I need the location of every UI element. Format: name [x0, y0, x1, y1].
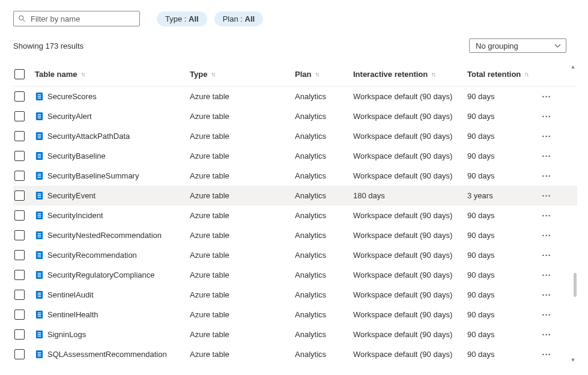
row-name: SecurityAttackPathData — [47, 132, 130, 141]
table-icon — [35, 231, 44, 240]
row-checkbox[interactable] — [14, 270, 25, 280]
row-type: Azure table — [190, 290, 295, 299]
table-icon — [35, 171, 44, 180]
more-actions-button[interactable]: ··· — [538, 129, 555, 144]
grouping-dropdown[interactable]: No grouping — [469, 38, 566, 53]
row-name: SigninLogs — [47, 330, 86, 339]
row-total-retention: 90 days — [467, 151, 538, 160]
table-header-row: Table name ↑↓ Type ↑↓ Plan ↑↓ Interactiv… — [13, 62, 577, 87]
row-plan: Analytics — [295, 270, 353, 279]
row-checkbox[interactable] — [14, 290, 25, 300]
row-type: Azure table — [190, 132, 295, 141]
row-name: SecurityIncident — [47, 211, 103, 220]
row-checkbox[interactable] — [14, 131, 25, 141]
filter-plan-pill[interactable]: Plan : All — [214, 11, 263, 26]
row-checkbox[interactable] — [14, 171, 25, 181]
col-header-total[interactable]: Total retention ↑↓ — [467, 70, 538, 79]
row-interactive-retention: Workspace default (90 days) — [353, 132, 467, 141]
scroll-down-arrow-icon: ▼ — [570, 357, 576, 363]
row-checkbox[interactable] — [14, 151, 25, 161]
search-box[interactable] — [13, 11, 140, 26]
row-checkbox[interactable] — [14, 191, 25, 201]
row-plan: Analytics — [295, 251, 353, 260]
row-plan: Analytics — [295, 350, 353, 359]
row-plan: Analytics — [295, 310, 353, 319]
table-row[interactable]: SentinelAudit Azure table Analytics Work… — [13, 285, 577, 305]
more-actions-button[interactable]: ··· — [538, 268, 555, 282]
col-header-interactive[interactable]: Interactive retention ↑↓ — [353, 70, 467, 79]
row-plan: Analytics — [295, 191, 353, 200]
scrollbar-thumb[interactable] — [574, 273, 577, 297]
row-name: SentinelHealth — [47, 310, 99, 319]
row-plan: Analytics — [295, 211, 353, 220]
row-plan: Analytics — [295, 151, 353, 160]
row-checkbox[interactable] — [14, 329, 25, 340]
table-row[interactable]: SecureScores Azure table Analytics Works… — [13, 87, 577, 106]
table-row[interactable]: SigninLogs Azure table Analytics Workspa… — [13, 325, 577, 344]
more-actions-button[interactable]: ··· — [538, 109, 555, 124]
row-total-retention: 90 days — [467, 92, 538, 101]
table-icon — [35, 251, 44, 260]
col-header-total-label: Total retention — [467, 70, 521, 79]
table-row[interactable]: SecurityBaselineSummary Azure table Anal… — [13, 166, 577, 186]
more-actions-button[interactable]: ··· — [538, 328, 555, 342]
row-plan: Analytics — [295, 112, 353, 121]
table-row[interactable]: SecurityAlert Azure table Analytics Work… — [13, 106, 577, 126]
more-actions-button[interactable]: ··· — [538, 169, 555, 183]
row-name: SecureScores — [47, 92, 97, 101]
more-actions-button[interactable]: ··· — [538, 347, 555, 362]
table-row[interactable]: SecurityAttackPathData Azure table Analy… — [13, 126, 577, 146]
row-total-retention: 90 days — [467, 290, 538, 299]
row-plan: Analytics — [295, 171, 353, 180]
row-checkbox[interactable] — [14, 309, 25, 320]
col-header-name[interactable]: Table name ↑↓ — [35, 70, 190, 79]
table-row[interactable]: SecurityBaseline Azure table Analytics W… — [13, 146, 577, 166]
table-row[interactable]: SecurityRegulatoryCompliance Azure table… — [13, 265, 577, 285]
more-actions-button[interactable]: ··· — [538, 288, 555, 302]
table-row[interactable]: SentinelHealth Azure table Analytics Wor… — [13, 305, 577, 325]
sort-icon: ↑↓ — [315, 71, 318, 78]
more-actions-button[interactable]: ··· — [538, 189, 555, 203]
col-header-plan-label: Plan — [295, 70, 311, 79]
row-interactive-retention: 180 days — [353, 191, 467, 200]
row-total-retention: 90 days — [467, 211, 538, 220]
more-actions-button[interactable]: ··· — [538, 228, 555, 243]
search-icon — [18, 15, 26, 23]
col-header-interactive-label: Interactive retention — [353, 70, 428, 79]
more-actions-button[interactable]: ··· — [538, 149, 555, 163]
table-row[interactable]: SecurityRecommendation Azure table Analy… — [13, 245, 577, 265]
row-checkbox[interactable] — [14, 91, 25, 102]
row-plan: Analytics — [295, 92, 353, 101]
more-actions-button[interactable]: ··· — [538, 209, 555, 223]
table-icon — [35, 350, 44, 359]
table-row[interactable]: SecurityEvent Azure table Analytics 180 … — [13, 186, 577, 206]
row-interactive-retention: Workspace default (90 days) — [353, 270, 467, 279]
table-icon — [35, 112, 44, 121]
table-icon — [35, 92, 44, 101]
sort-icon: ↑↓ — [524, 71, 528, 78]
table-row[interactable]: SQLAssessmentRecommendation Azure table … — [13, 344, 577, 364]
row-checkbox[interactable] — [14, 210, 25, 221]
row-interactive-retention: Workspace default (90 days) — [353, 151, 467, 160]
results-count-text: Showing 173 results — [13, 41, 83, 50]
table-row[interactable]: SecurityIncident Azure table Analytics W… — [13, 206, 577, 225]
select-all-checkbox[interactable] — [14, 69, 25, 79]
more-actions-button[interactable]: ··· — [538, 248, 555, 263]
row-checkbox[interactable] — [14, 250, 25, 260]
row-checkbox[interactable] — [14, 230, 25, 240]
filter-by-name-input[interactable] — [13, 11, 140, 26]
tables-grid: Table name ↑↓ Type ↑↓ Plan ↑↓ Interactiv… — [13, 62, 577, 364]
more-actions-button[interactable]: ··· — [538, 308, 555, 322]
col-header-name-label: Table name — [35, 70, 77, 79]
col-header-plan[interactable]: Plan ↑↓ — [295, 70, 353, 79]
table-row[interactable]: SecurityNestedRecommendation Azure table… — [13, 225, 577, 245]
row-checkbox[interactable] — [14, 111, 25, 121]
row-checkbox[interactable] — [14, 349, 25, 359]
more-actions-button[interactable]: ··· — [538, 90, 555, 104]
table-icon — [35, 191, 44, 200]
col-header-type[interactable]: Type ↑↓ — [190, 70, 295, 79]
row-type: Azure table — [190, 231, 295, 240]
row-interactive-retention: Workspace default (90 days) — [353, 251, 467, 260]
filter-type-pill[interactable]: Type : All — [157, 11, 207, 26]
row-type: Azure table — [190, 151, 295, 160]
